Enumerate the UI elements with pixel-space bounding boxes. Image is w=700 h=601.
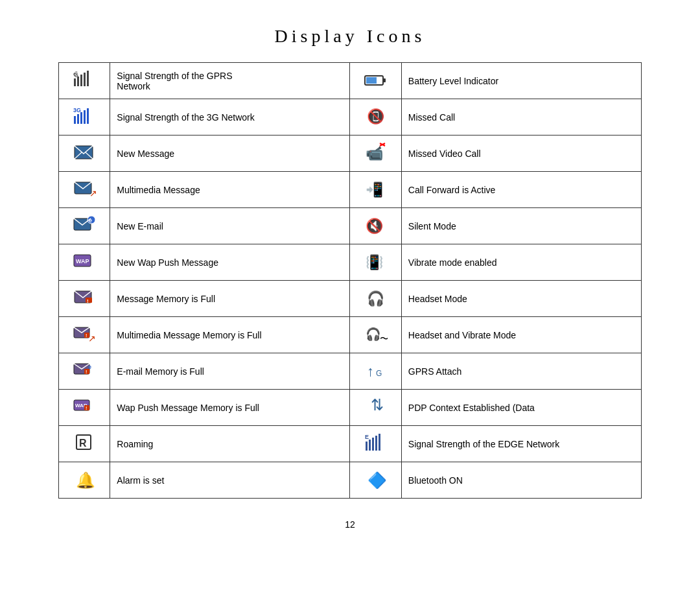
- missed-call-icon: 📵: [350, 99, 401, 136]
- right-description: Missed Video Call: [401, 136, 641, 172]
- multimedia-message-icon: ↗: [59, 172, 110, 208]
- icons-table: G̈ G Signal Strength of the GPRSNetwork …: [58, 62, 642, 499]
- new-message-icon: [59, 136, 110, 172]
- table-row: ! Message Memory is Full 🎧 Headset Mode: [59, 281, 642, 317]
- left-description: Roaming: [110, 426, 350, 462]
- svg-rect-9: [366, 77, 377, 84]
- right-description: GPRS Attach: [401, 353, 641, 390]
- svg-rect-58: [369, 440, 371, 451]
- table-row: 🔔 Alarm is set 🔷 Bluetooth ON: [59, 462, 642, 499]
- alarm-icon: 🔔: [59, 462, 110, 499]
- svg-rect-4: [84, 73, 86, 86]
- left-description: New E-mail: [110, 208, 350, 244]
- table-row: G̈ G Signal Strength of the GPRSNetwork …: [59, 63, 642, 99]
- right-description: Headset and Vibrate Mode: [401, 317, 641, 353]
- svg-text:🔔: 🔔: [76, 471, 95, 489]
- signal-3g-icon: 3G: [59, 99, 110, 136]
- svg-text:🎧: 🎧: [367, 290, 385, 307]
- left-description: Multimedia Message Memory is Full: [110, 317, 350, 353]
- table-row: WAP ! Wap Push Message Memory is Full ⇅ …: [59, 390, 642, 426]
- svg-text:📹: 📹: [366, 145, 384, 162]
- svg-text:E: E: [365, 434, 369, 440]
- wap-memory-full-icon: WAP !: [59, 390, 110, 426]
- svg-text:!: !: [87, 298, 89, 304]
- right-description: Missed Call: [401, 99, 641, 136]
- svg-text:G: G: [73, 71, 77, 77]
- svg-rect-1: [74, 78, 76, 86]
- svg-text:↑: ↑: [367, 363, 374, 379]
- page-number: 12: [345, 519, 355, 530]
- svg-rect-11: [74, 116, 76, 124]
- svg-rect-57: [366, 442, 368, 451]
- left-description: Signal Strength of the GPRSNetwork: [110, 63, 350, 99]
- svg-text:WAP: WAP: [76, 258, 89, 265]
- svg-text:📲: 📲: [366, 181, 384, 198]
- right-description: Battery Level Indicator: [401, 63, 641, 99]
- svg-rect-2: [77, 77, 79, 86]
- new-email-icon: e: [59, 208, 110, 244]
- svg-text:🔇: 🔇: [366, 217, 384, 235]
- svg-rect-13: [80, 112, 82, 124]
- left-description: Message Memory is Full: [110, 281, 350, 317]
- vibrate-icon: 📳: [350, 244, 401, 281]
- left-description: E-mail Memory is Full: [110, 353, 350, 390]
- right-description: PDP Context Established (Data: [401, 390, 641, 426]
- call-forward-icon: 📲: [350, 172, 401, 208]
- right-description: Headset Mode: [401, 281, 641, 317]
- headset-vibrate-icon: 🎧 〜: [350, 317, 401, 353]
- svg-rect-8: [383, 78, 386, 82]
- silent-mode-icon: 🔇: [350, 208, 401, 244]
- left-description: Signal Strength of the 3G Network: [110, 99, 350, 136]
- svg-text:🔷: 🔷: [368, 471, 387, 489]
- svg-text:G: G: [376, 369, 382, 378]
- svg-text:!: !: [86, 333, 87, 338]
- missed-video-icon: 📹: [350, 136, 401, 172]
- svg-text:!: !: [86, 370, 87, 374]
- gprs-attach-icon: ↑ G: [350, 353, 401, 390]
- table-row: R Roaming E Signal Strength of the EDGE …: [59, 426, 642, 462]
- svg-text:!: !: [86, 406, 87, 410]
- svg-rect-3: [80, 75, 82, 86]
- headset-icon: 🎧: [350, 281, 401, 317]
- bluetooth-icon: 🔷: [350, 462, 401, 499]
- page-title: Display Icons: [275, 26, 426, 47]
- right-description: Bluetooth ON: [401, 462, 641, 499]
- svg-text:📳: 📳: [366, 253, 384, 271]
- svg-text:📵: 📵: [367, 108, 385, 125]
- right-description: Call Forward is Active: [401, 172, 641, 208]
- left-description: Alarm is set: [110, 462, 350, 499]
- mms-memory-full-icon: ↗ !: [59, 317, 110, 353]
- roaming-icon: R: [59, 426, 110, 462]
- left-description: New Message: [110, 136, 350, 172]
- signal-edge-icon: E: [350, 426, 401, 462]
- svg-rect-59: [372, 438, 374, 451]
- table-row: New Message 📹 Missed Video Call: [59, 136, 642, 172]
- svg-text:🎧: 🎧: [366, 327, 381, 342]
- svg-text:↗: ↗: [89, 188, 96, 198]
- msg-memory-full-icon: !: [59, 281, 110, 317]
- svg-text:〜: 〜: [380, 333, 388, 344]
- email-memory-full-icon: e !: [59, 353, 110, 390]
- svg-text:⇅: ⇅: [371, 396, 384, 414]
- right-description: Vibrate mode enabled: [401, 244, 641, 281]
- svg-rect-14: [84, 110, 86, 124]
- pdp-context-icon: ⇅: [350, 390, 401, 426]
- svg-rect-12: [77, 114, 79, 124]
- wap-push-icon: WAP: [59, 244, 110, 281]
- svg-rect-61: [379, 434, 380, 451]
- table-row: ↗ ! Multimedia Message Memory is Full 🎧 …: [59, 317, 642, 353]
- svg-rect-5: [87, 71, 89, 86]
- table-row: 3G Signal Strength of the 3G Network 📵 M…: [59, 99, 642, 136]
- table-row: e New E-mail 🔇 Silent Mode: [59, 208, 642, 244]
- svg-text:R: R: [79, 438, 87, 449]
- table-row: ↗ Multimedia Message 📲 Call Forward is A…: [59, 172, 642, 208]
- table-row: WAP New Wap Push Message 📳 Vibrate mode …: [59, 244, 642, 281]
- svg-text:3G: 3G: [73, 107, 81, 113]
- right-description: Signal Strength of the EDGE Network: [401, 426, 641, 462]
- svg-rect-60: [375, 436, 377, 451]
- battery-icon: [350, 63, 401, 99]
- left-description: Multimedia Message: [110, 172, 350, 208]
- right-description: Silent Mode: [401, 208, 641, 244]
- signal-gprs-icon: G̈ G: [59, 63, 110, 99]
- svg-rect-15: [87, 108, 89, 124]
